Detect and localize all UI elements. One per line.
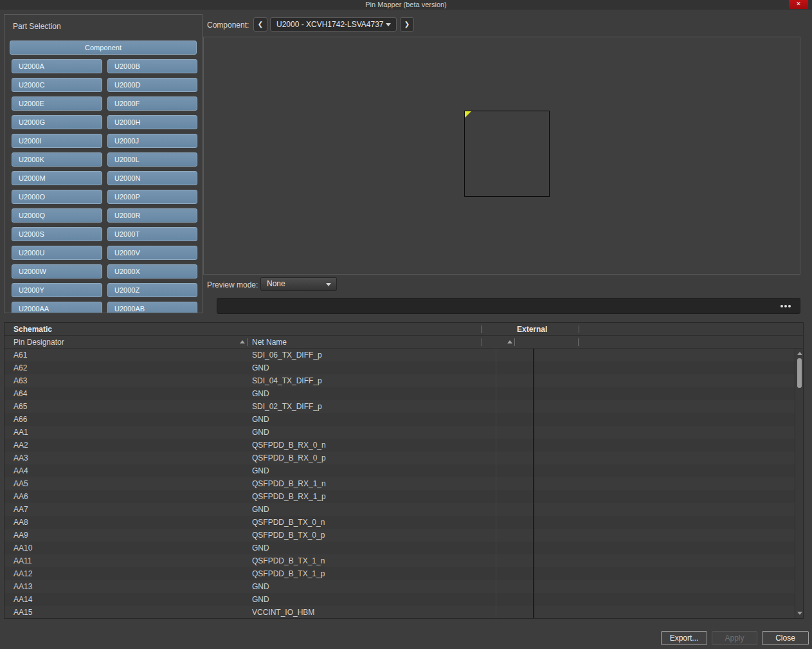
preview-mode-label: Preview mode: bbox=[207, 280, 258, 289]
part-button[interactable]: U2000J bbox=[107, 134, 197, 148]
column-separator[interactable] bbox=[579, 325, 579, 333]
table-row[interactable]: A65 SDI_02_TX_DIFF_p bbox=[5, 400, 803, 413]
pin-designator-cell: AA8 bbox=[14, 518, 28, 527]
ellipsis-icon bbox=[780, 305, 783, 307]
table-rows: A61 SDI_06_TX_DIFF_p A62 GND A63 SDI_04_… bbox=[5, 349, 803, 618]
part-button[interactable]: U2000D bbox=[107, 78, 197, 92]
table-row[interactable]: A61 SDI_06_TX_DIFF_p bbox=[5, 349, 803, 361]
part-button[interactable]: U2000H bbox=[107, 115, 197, 129]
previous-component-button[interactable]: ❮ bbox=[253, 17, 267, 32]
export-button[interactable]: Export... bbox=[661, 631, 707, 645]
part-button[interactable]: U2000G bbox=[12, 115, 102, 129]
pin-designator-cell: AA13 bbox=[14, 582, 32, 591]
pin-designator-cell: AA6 bbox=[14, 492, 28, 501]
dialog-footer: Export... Apply Close bbox=[661, 631, 809, 645]
component-outline[interactable] bbox=[464, 111, 550, 197]
pin-designator-cell: AA1 bbox=[14, 428, 28, 437]
pin-designator-cell: AA11 bbox=[14, 556, 32, 565]
scroll-up-icon[interactable] bbox=[797, 352, 802, 355]
pin-designator-cell: A64 bbox=[14, 389, 27, 398]
table-row[interactable]: AA2 QSFPDD_B_RX_0_n bbox=[5, 439, 803, 452]
table-row[interactable]: AA13 GND bbox=[5, 580, 803, 593]
component-button[interactable]: Component bbox=[10, 41, 197, 55]
pin-designator-column-header[interactable]: Pin Designator bbox=[14, 338, 64, 347]
pin-designator-cell: A66 bbox=[14, 415, 27, 424]
part-button[interactable]: U2000S bbox=[12, 227, 102, 241]
table-row[interactable]: AA7 GND bbox=[5, 503, 803, 516]
part-button[interactable]: U2000U bbox=[12, 246, 102, 260]
scrollbar-thumb[interactable] bbox=[797, 358, 802, 388]
chevron-right-icon: ❯ bbox=[404, 21, 410, 28]
table-row[interactable]: A66 GND bbox=[5, 413, 803, 426]
part-button[interactable]: U2000AB bbox=[107, 302, 197, 313]
pin-designator-cell: AA10 bbox=[14, 544, 32, 553]
next-component-button[interactable]: ❯ bbox=[400, 17, 414, 32]
table-row[interactable]: A64 GND bbox=[5, 387, 803, 400]
close-icon: ✕ bbox=[796, 1, 801, 7]
column-separator[interactable] bbox=[482, 338, 482, 346]
table-row[interactable]: AA10 GND bbox=[5, 542, 803, 554]
table-row[interactable]: AA14 GND bbox=[5, 593, 803, 606]
close-button[interactable]: Close bbox=[762, 631, 809, 645]
part-button[interactable]: U2000AA bbox=[12, 302, 102, 313]
component-dropdown[interactable]: U2000 - XCVH1742-LSVA4737 bbox=[270, 17, 397, 32]
part-button[interactable]: U2000N bbox=[107, 171, 197, 185]
part-button[interactable]: U2000A bbox=[12, 59, 102, 73]
net-name-cell: GND bbox=[252, 582, 269, 591]
column-separator[interactable] bbox=[578, 338, 579, 346]
part-button[interactable]: U2000W bbox=[12, 264, 102, 279]
table-row[interactable]: A62 GND bbox=[5, 361, 803, 374]
table-row[interactable]: AA9 QSFPDD_B_TX_0_p bbox=[5, 529, 803, 542]
part-button[interactable]: U2000Q bbox=[12, 208, 102, 223]
part-button[interactable]: U2000Z bbox=[107, 283, 197, 297]
net-name-column-header[interactable]: Net Name bbox=[252, 338, 287, 347]
table-row[interactable]: AA12 QSFPDD_B_TX_1_p bbox=[5, 567, 803, 580]
column-separator[interactable] bbox=[247, 338, 248, 346]
part-button[interactable]: U2000C bbox=[12, 78, 102, 92]
net-name-cell: QSFPDD_B_RX_0_n bbox=[252, 441, 326, 450]
table-row[interactable]: AA8 QSFPDD_B_TX_0_n bbox=[5, 516, 803, 529]
part-button[interactable]: U2000Y bbox=[12, 283, 102, 297]
part-button[interactable]: U2000E bbox=[12, 96, 102, 111]
part-button[interactable]: U2000K bbox=[12, 152, 102, 167]
table-row[interactable]: AA4 GND bbox=[5, 464, 803, 477]
part-button[interactable]: U2000F bbox=[107, 96, 197, 111]
net-name-cell: GND bbox=[252, 415, 269, 424]
table-row[interactable]: AA5 QSFPDD_B_RX_1_n bbox=[5, 477, 803, 490]
column-separator[interactable] bbox=[514, 338, 515, 346]
pin-designator-cell: AA9 bbox=[14, 531, 28, 540]
close-window-button[interactable]: ✕ bbox=[789, 0, 808, 9]
part-button[interactable]: U2000L bbox=[107, 152, 197, 167]
net-name-cell: GND bbox=[252, 363, 269, 372]
table-row[interactable]: AA3 QSFPDD_B_RX_0_p bbox=[5, 452, 803, 464]
part-button[interactable]: U2000R bbox=[107, 208, 197, 223]
net-name-cell: GND bbox=[252, 595, 269, 604]
table-row[interactable]: A63 SDI_04_TX_DIFF_p bbox=[5, 374, 803, 387]
sort-ascending-icon bbox=[507, 340, 512, 343]
part-button[interactable]: U2000M bbox=[12, 171, 102, 185]
scroll-down-icon[interactable] bbox=[797, 612, 802, 615]
part-button[interactable]: U2000P bbox=[107, 190, 197, 204]
table-row[interactable]: AA1 GND bbox=[5, 426, 803, 439]
path-bar[interactable] bbox=[217, 298, 800, 314]
part-button[interactable]: U2000T bbox=[107, 227, 197, 241]
table-scrollbar[interactable] bbox=[795, 349, 803, 618]
table-row[interactable]: AA6 QSFPDD_B_RX_1_p bbox=[5, 490, 803, 503]
pin-designator-cell: AA4 bbox=[14, 466, 28, 475]
preview-mode-dropdown[interactable]: None bbox=[260, 277, 337, 291]
component-dropdown-value: U2000 - XCVH1742-LSVA4737 bbox=[276, 20, 384, 29]
part-button[interactable]: U2000V bbox=[107, 246, 197, 260]
part-button[interactable]: U2000X bbox=[107, 264, 197, 279]
part-button[interactable]: U2000O bbox=[12, 190, 102, 204]
pin-designator-cell: A63 bbox=[14, 376, 27, 385]
part-button[interactable]: U2000I bbox=[12, 134, 102, 148]
table-row[interactable]: AA15 VCCINT_IO_HBM bbox=[5, 606, 803, 618]
column-separator[interactable] bbox=[481, 325, 482, 333]
table-row[interactable]: AA11 QSFPDD_B_TX_1_n bbox=[5, 554, 803, 567]
pin-designator-cell: AA2 bbox=[14, 441, 28, 450]
part-button[interactable]: U2000B bbox=[107, 59, 197, 73]
pin-designator-cell: AA7 bbox=[14, 505, 28, 514]
part-selection-title: Part Selection bbox=[13, 22, 61, 31]
net-name-cell: QSFPDD_B_RX_0_p bbox=[252, 453, 326, 462]
more-options-button[interactable] bbox=[777, 298, 795, 313]
